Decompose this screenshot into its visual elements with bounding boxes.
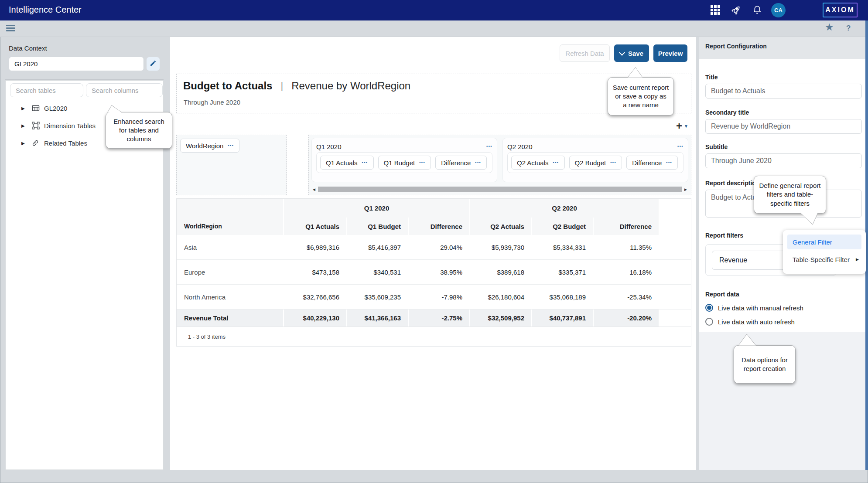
menu-hamburger-icon[interactable] xyxy=(6,25,15,32)
value-cell: -25.34% xyxy=(593,285,659,309)
total-value-cell: $40,229,130 xyxy=(283,310,346,327)
search-callout-tooltip: Enhanced search for tables and columns xyxy=(106,112,172,149)
more-options-icon[interactable]: ••• xyxy=(475,160,481,165)
data-context-input[interactable] xyxy=(9,57,144,71)
group-header-q1: Q1 2020 xyxy=(283,199,469,218)
value-cell: $5,939,730 xyxy=(469,235,531,259)
more-options-icon[interactable]: ••• xyxy=(666,160,672,165)
save-button[interactable]: Save xyxy=(614,44,649,62)
edit-context-button[interactable] xyxy=(147,57,160,71)
radio-selected-icon[interactable] xyxy=(705,304,713,312)
search-columns-input[interactable] xyxy=(86,83,163,97)
table-pager: 1 - 3 of 3 items xyxy=(177,327,691,346)
chip-label: Difference xyxy=(632,159,662,167)
report-secondary-title: Revenue by WorldRegion xyxy=(291,80,410,92)
user-avatar[interactable]: CA xyxy=(771,3,786,17)
subtitle-field-label: Subtitle xyxy=(705,143,862,150)
secondary-title-field-input[interactable] xyxy=(705,119,862,134)
app-grid-icon[interactable] xyxy=(710,5,721,16)
save-callout-tooltip: Save current report or save a copy as a … xyxy=(608,77,674,116)
q1-difference-chip[interactable]: Difference ••• xyxy=(435,156,487,170)
region-cell: Europe xyxy=(177,260,283,284)
scroll-right-icon[interactable]: ► xyxy=(683,187,688,192)
q2-difference-chip[interactable]: Difference ••• xyxy=(626,156,678,170)
menu-item-label: Table-Specific Filter xyxy=(793,256,850,263)
scroll-left-icon[interactable]: ◄ xyxy=(311,187,317,192)
help-icon[interactable]: ? xyxy=(846,24,851,33)
column-header: WorldRegion xyxy=(177,218,283,235)
more-options-icon[interactable]: ••• xyxy=(486,144,492,149)
group-label: Q2 2020 xyxy=(507,143,533,150)
value-cell: $340,531 xyxy=(346,260,408,284)
intelligence-center-app: Intelligence Center xyxy=(0,0,868,483)
add-column-button[interactable]: + ▼ xyxy=(676,120,688,132)
panel-title: Report Configuration xyxy=(699,37,868,59)
search-tables-input[interactable] xyxy=(10,83,83,97)
worldregion-chip[interactable]: WorldRegion ••• xyxy=(180,139,239,153)
q2-actuals-chip[interactable]: Q2 Actuals ••• xyxy=(511,156,565,170)
revenue-filter-chip[interactable]: Revenue xyxy=(712,251,787,270)
submenu-arrow-icon: ▶ xyxy=(856,257,859,262)
radio-live-auto-refresh[interactable]: Live data with auto refresh xyxy=(705,318,862,326)
add-filter-menu: General Filter Table-Specific Filter ▶ xyxy=(783,230,866,274)
q2-budget-chip[interactable]: Q2 Budget ••• xyxy=(569,156,622,170)
data-context-label: Data Context xyxy=(9,44,47,52)
value-cell: $5,334,331 xyxy=(531,235,593,259)
report-builder-canvas: Refresh Data Save Preview Budget to Actu… xyxy=(170,37,696,470)
table-row-north-america: North America $32,766,656 $35,609,235 -7… xyxy=(177,285,691,310)
total-value-cell: $32,509,952 xyxy=(469,310,531,327)
column-group-q1[interactable]: Q1 2020 ••• Q1 Actuals ••• Q1 Budget •••… xyxy=(311,138,497,182)
report-data-label: Report data xyxy=(705,291,862,298)
report-subtitle: Through June 2020 xyxy=(184,99,240,106)
menu-item-table-specific-filter[interactable]: Table-Specific Filter ▶ xyxy=(787,252,861,267)
column-groups-dropzone[interactable]: Q1 2020 ••• Q1 Actuals ••• Q1 Budget •••… xyxy=(308,135,691,195)
value-cell: $473,158 xyxy=(283,260,346,284)
q1-actuals-chip[interactable]: Q1 Actuals ••• xyxy=(320,156,374,170)
tree-item-label: Related Tables xyxy=(44,139,87,147)
table-row-asia: Asia $6,989,316 $5,416,397 29.04% $5,939… xyxy=(177,235,691,260)
group-header-q2: Q2 2020 xyxy=(469,199,659,218)
total-value-cell: $40,737,891 xyxy=(531,310,593,327)
region-cell: North America xyxy=(177,285,283,309)
more-options-icon[interactable]: ••• xyxy=(419,160,425,165)
more-options-icon[interactable]: ••• xyxy=(553,160,559,165)
subtitle-field-input[interactable] xyxy=(705,153,862,168)
axiom-logo: AXIOM xyxy=(823,3,858,17)
more-options-icon[interactable]: ••• xyxy=(228,143,234,148)
horizontal-scrollbar[interactable]: ◄ ► xyxy=(311,186,688,193)
expand-caret-icon[interactable]: ▶ xyxy=(21,123,27,128)
q1-budget-chip[interactable]: Q1 Budget ••• xyxy=(378,156,431,170)
column-group-q2[interactable]: Q2 2020 ••• Q2 Actuals ••• Q2 Budget •••… xyxy=(502,138,688,182)
radio-live-manual-refresh[interactable]: Live data with manual refresh xyxy=(705,304,862,312)
more-options-icon[interactable]: ••• xyxy=(677,144,683,149)
rocket-icon[interactable] xyxy=(730,4,742,16)
value-cell: 38.95% xyxy=(408,260,469,284)
column-header: Q1 Budget xyxy=(346,218,408,235)
more-options-icon[interactable]: ••• xyxy=(362,160,368,165)
table-total-row: Revenue Total $40,229,130 $41,366,163 -2… xyxy=(177,310,691,327)
group-header-filler xyxy=(659,199,691,218)
notifications-bell-icon[interactable] xyxy=(752,5,763,16)
group-chip-holder: Q2 Actuals ••• Q2 Budget ••• Difference … xyxy=(507,152,683,173)
preview-button[interactable]: Preview xyxy=(653,44,687,62)
title-field-input[interactable] xyxy=(705,84,862,99)
row-dimension-dropzone[interactable]: WorldRegion ••• xyxy=(176,135,287,195)
secondary-toolbar: ★ ? xyxy=(0,20,868,37)
total-label-cell: Revenue Total xyxy=(177,310,283,327)
favorite-star-icon[interactable]: ★ xyxy=(825,21,834,33)
radio-unselected-icon[interactable] xyxy=(705,318,713,326)
refresh-data-button[interactable]: Refresh Data xyxy=(560,44,610,62)
menu-item-general-filter[interactable]: General Filter xyxy=(787,235,861,249)
expand-caret-icon[interactable]: ▶ xyxy=(21,106,27,111)
value-cell: $6,989,316 xyxy=(283,235,346,259)
expand-caret-icon[interactable]: ▶ xyxy=(21,141,27,146)
more-options-icon[interactable]: ••• xyxy=(610,160,616,165)
chip-label: Difference xyxy=(441,159,471,167)
chip-label: Q1 Actuals xyxy=(326,159,358,167)
table-group-header-row: Q1 2020 Q2 2020 xyxy=(177,199,691,218)
dropdown-caret-icon: ▼ xyxy=(684,124,688,129)
column-header: Q2 Budget xyxy=(531,218,593,235)
report-data-table: Q1 2020 Q2 2020 WorldRegion Q1 Actuals Q… xyxy=(176,198,691,347)
column-header: Q2 Actuals xyxy=(469,218,531,235)
scrollbar-thumb[interactable] xyxy=(318,187,682,192)
